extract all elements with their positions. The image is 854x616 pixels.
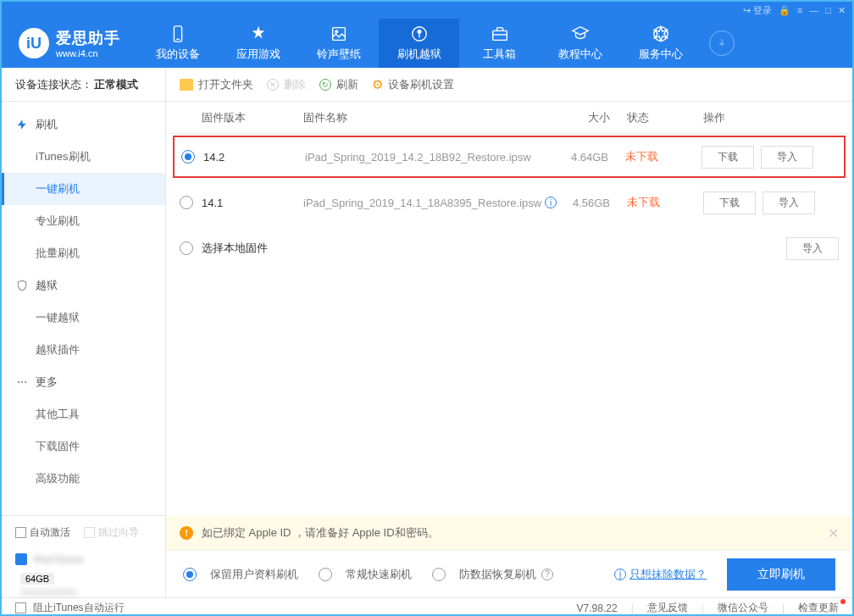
sidebar-item-jailbreak[interactable]: 一键越狱 [2,302,165,334]
toolbox-icon [491,25,509,43]
titlebar: ↪ 登录 🔒 ≡ — □ ✕ [2,2,852,19]
app-name: 爱思助手 [56,28,120,48]
group-flash[interactable]: 刷机 [2,108,165,141]
import-button[interactable]: 导入 [761,146,813,169]
sidebar-item-pro[interactable]: 专业刷机 [2,205,165,237]
local-firmware-row[interactable]: 选择本地固件 导入 [166,225,852,271]
apps-icon [249,25,268,43]
sidebar-item-download-fw[interactable]: 下载固件 [2,430,165,463]
sidebar-item-other[interactable]: 其他工具 [2,398,165,430]
nav: 我的设备 应用游戏 铃声壁纸 刷机越狱 工具箱 教程中心 服务中心 [137,19,852,68]
shield-icon [15,279,29,292]
radio[interactable] [180,241,193,255]
notice-bar: ! 如已绑定 Apple ID ，请准备好 Apple ID和密码。 ✕ [166,516,852,550]
sidebar-item-itunes[interactable]: iTunes刷机 [2,141,165,173]
group-more[interactable]: 更多 [2,366,165,398]
download-circle-icon [709,31,735,56]
warning-icon: ! [180,526,193,540]
refresh-icon: ↻ [319,79,331,91]
sidebar-bottom: 自动激活 跳过向导 iPad Device 64GB XXXXXXXXXX [2,515,165,597]
info-icon: i [614,569,626,580]
nav-my-device[interactable]: 我的设备 [137,19,218,68]
firmware-row-selected[interactable]: 14.2 iPad_Spring_2019_14.2_18B92_Restore… [173,136,846,178]
nav-service[interactable]: 服务中心 [620,19,701,68]
header: iU 爱思助手 www.i4.cn 我的设备 应用游戏 铃声壁纸 刷机越狱 工具… [2,19,852,68]
main: 打开文件夹 ✕ 删除 ↻ 刷新 ⚙ 设备刷机设置 固件版本 固件名称 大小 状态… [166,68,852,597]
delete-btn[interactable]: ✕ 删除 [267,77,306,92]
skip-guide-check[interactable]: 跳过向导 [84,525,139,540]
download-button[interactable]: 下载 [703,191,756,214]
refresh-btn[interactable]: ↻ 刷新 [319,77,358,92]
info-icon[interactable]: i [545,197,557,208]
col-version: 固件版本 [202,110,303,125]
settings-btn[interactable]: ⚙ 设备刷机设置 [372,77,454,92]
sidebar-item-advanced[interactable]: 高级功能 [2,463,165,495]
option-normal[interactable]: 常规快速刷机 [319,567,412,582]
sidebar-item-oneclick[interactable]: 一键刷机 [2,173,165,205]
menu-icon[interactable]: ≡ [797,5,802,15]
auto-activate-check[interactable]: 自动激活 [15,525,70,540]
device-name: iPad Device [34,554,84,564]
flash-button[interactable]: 立即刷机 [727,558,835,591]
nav-toolbox[interactable]: 工具箱 [459,19,540,68]
close-icon[interactable]: ✕ [838,5,846,16]
svg-rect-2 [332,28,345,41]
more-icon [15,375,29,389]
nav-ringtones[interactable]: 铃声壁纸 [298,19,379,68]
flash-icon [410,25,429,43]
radio-selected[interactable] [181,150,195,164]
app-domain: www.i4.cn [56,48,120,58]
firmware-row[interactable]: 14.1 iPad_Spring_2019_14.1_18A8395_Resto… [166,180,852,225]
maximize-icon[interactable]: □ [825,5,831,15]
erase-link[interactable]: i 只想抹除数据？ [614,567,707,582]
side-menu: 刷机 iTunes刷机 一键刷机 专业刷机 批量刷机 越狱 一键越狱 越狱插件 … [2,102,165,515]
help-icon[interactable]: ? [541,569,553,580]
logo-icon: iU [19,28,49,58]
lock-icon[interactable]: 🔒 [779,5,790,16]
body: 设备连接状态： 正常模式 刷机 iTunes刷机 一键刷机 专业刷机 批量刷机 … [2,68,852,597]
col-action: 操作 [703,110,839,125]
minimize-icon[interactable]: — [809,5,818,15]
download-button[interactable]: 下载 [702,146,754,169]
sidebar-item-plugins[interactable]: 越狱插件 [2,334,165,366]
delete-icon: ✕ [267,79,279,91]
prevent-itunes-check[interactable]: 阻止iTunes自动运行 [15,601,125,615]
svg-point-9 [653,27,668,42]
sidebar-item-batch[interactable]: 批量刷机 [2,237,165,269]
svg-point-5 [418,30,421,33]
tutorial-icon [571,25,590,43]
import-button[interactable]: 导入 [762,191,815,214]
open-folder-btn[interactable]: 打开文件夹 [180,77,253,92]
group-jailbreak[interactable]: 越狱 [2,269,165,302]
option-keep-data[interactable]: 保留用户资料刷机 [183,567,298,582]
nav-tutorials[interactable]: 教程中心 [540,19,620,68]
storage-badge: 64GB [20,573,54,585]
flash-group-icon [15,118,29,131]
nav-download[interactable] [701,19,743,68]
radio[interactable] [180,196,193,209]
col-size: 大小 [559,110,627,125]
import-button[interactable]: 导入 [786,237,839,260]
toolbar: 打开文件夹 ✕ 删除 ↻ 刷新 ⚙ 设备刷机设置 [166,68,852,102]
option-anti-recovery[interactable]: 防数据恢复刷机 ? [432,567,553,582]
feedback-link[interactable]: 意见反馈 [647,601,688,615]
device-row[interactable]: iPad Device [2,548,165,570]
wallpaper-icon [330,25,348,43]
service-icon [652,25,670,43]
nav-apps[interactable]: 应用游戏 [218,19,298,68]
nav-flash[interactable]: 刷机越狱 [379,19,459,68]
sidebar: 设备连接状态： 正常模式 刷机 iTunes刷机 一键刷机 专业刷机 批量刷机 … [2,68,166,597]
connection-status: 设备连接状态： 正常模式 [2,68,165,102]
logo: iU 爱思助手 www.i4.cn [2,28,137,58]
table-header: 固件版本 固件名称 大小 状态 操作 [166,102,852,134]
gear-icon: ⚙ [372,77,383,92]
notice-close[interactable]: ✕ [828,525,839,541]
svg-point-11 [21,381,23,383]
login-link[interactable]: ↪ 登录 [743,4,772,17]
update-link[interactable]: 检查更新 [798,601,839,615]
svg-point-12 [25,381,26,383]
wechat-link[interactable]: 微信公众号 [718,601,768,615]
table-body: 14.2 iPad_Spring_2019_14.2_18B92_Restore… [166,134,852,516]
device-tablet-icon [15,553,27,565]
col-name: 固件名称 [303,110,559,125]
